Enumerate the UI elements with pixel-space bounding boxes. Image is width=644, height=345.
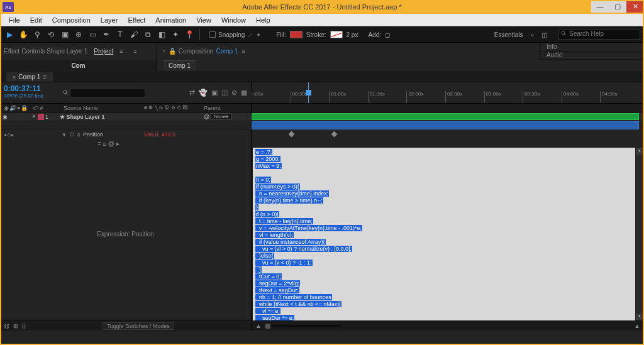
composition-name[interactable]: Comp 1 [216,48,238,55]
pickwhip-icon[interactable]: @ [204,114,209,120]
close-button[interactable]: ✕ [626,0,644,13]
expr-enable-icon[interactable]: = [97,140,101,147]
puppet-tool-icon[interactable]: 📍 [184,29,195,40]
menu-effect[interactable]: Effect [123,16,150,24]
snapping-checkbox[interactable] [209,31,216,38]
menu-edit[interactable]: Edit [25,16,47,24]
expr-pickwhip-icon[interactable]: @ [108,140,114,147]
zoom-slider[interactable] [265,325,341,327]
expr-graph-icon[interactable]: ⩍ [103,140,106,147]
panel-menu-icon[interactable]: ≡ [119,48,123,55]
snap-opt-icon[interactable]: ⟋ [247,31,253,38]
tab-project[interactable]: Project [94,48,113,55]
lock-icon[interactable]: 🔒 [169,48,176,55]
scroll-down-icon[interactable]: ▾ [636,314,643,320]
layer-duration-bar[interactable] [252,113,639,120]
graph-editor-icon[interactable]: ▦ [241,89,247,97]
tab-effect-controls[interactable]: Effect Controls Shape Layer 1 [4,48,87,55]
minimize-button[interactable]: — [591,0,609,13]
panel-menu-icon[interactable]: ≡ [242,48,245,55]
stroke-swatch[interactable] [330,31,343,38]
rect-tool-icon[interactable]: ▭ [87,29,98,40]
timeline-tab[interactable]: × Comp 1 ≡ [6,72,53,82]
pan-behind-tool-icon[interactable]: ⊕ [73,29,84,40]
tab-close-icon[interactable]: × [162,48,166,55]
menu-file[interactable]: File [4,16,25,24]
label-swatch[interactable] [38,114,44,120]
menu-help[interactable]: Help [251,16,275,24]
chevrons-icon[interactable]: » [133,48,137,55]
twirl-icon[interactable]: ▼ [31,114,36,119]
timeline-search-input[interactable] [70,88,145,98]
chevrons-icon[interactable]: » [530,31,534,38]
lock-col-icon[interactable]: 🔒 [21,105,28,111]
search-help-input[interactable]: Search Help [558,30,640,40]
orbit-tool-icon[interactable]: ⟲ [45,29,57,40]
keyframe-icon[interactable] [289,131,295,138]
position-value[interactable]: 596.0, 403.5 [144,131,204,138]
scroll-up-icon[interactable]: ▴ [636,148,643,155]
audio-col-icon[interactable]: 🔊 [9,105,16,111]
stroke-width[interactable]: 2 px [347,31,358,38]
toggle-switches-button[interactable]: Toggle Switches / Modes [103,322,174,330]
menu-layer[interactable]: Layer [96,16,123,24]
label-col-icon[interactable]: 🏷 [33,105,39,111]
brush-tool-icon[interactable]: 🖌 [128,29,140,40]
col-parent[interactable]: Parent [204,105,251,111]
comp-breadcrumb[interactable]: Comp 1 [164,60,196,70]
video-col-icon[interactable]: ◉ [4,105,9,111]
motion-blur-icon[interactable]: ⊘ [231,89,237,97]
prev-key-icon[interactable]: ◂ [4,132,6,138]
frame-blend-icon[interactable]: ◫ [221,89,228,97]
type-tool-icon[interactable]: T [114,29,126,40]
current-timecode[interactable]: 0:00:37:11 [4,84,59,93]
shy-icon[interactable]: 👻 [199,89,208,97]
draft3d-icon[interactable]: ▣ [211,89,218,97]
expr-menu-icon[interactable]: ▸ [116,140,119,147]
twirl-icon[interactable]: ▼ [62,132,67,138]
fill-swatch[interactable] [290,31,303,38]
time-ruler[interactable]: :00s 00:30s 01:00s 01:30s 02:00s 02:30s … [252,82,644,103]
pen-tool-icon[interactable]: ✒ [101,29,112,40]
layer-name[interactable]: Shape Layer 1 [67,114,105,120]
camera-tool-icon[interactable]: ▣ [59,29,70,40]
selection-tool-icon[interactable]: ▶ [4,29,15,40]
snap-opt2-icon[interactable]: ✦ [256,31,261,38]
scrollbar[interactable]: ▴ ▾ [636,148,643,320]
add-arrow-icon[interactable]: ◻ [385,31,390,38]
add-label[interactable]: Add: [368,31,381,38]
video-toggle-icon[interactable]: ◉ [3,114,8,120]
layer-row[interactable]: ◉ ▼ 1 ★ Shape Layer 1 @ None ▾ [0,112,644,121]
menu-composition[interactable]: Composition [47,16,96,24]
workspace-dropdown[interactable]: Essentials [494,31,523,38]
tab-close-icon[interactable]: × [13,74,16,80]
add-key-icon[interactable]: ◇ [7,132,11,138]
search-icon[interactable]: ⚲ [61,89,69,97]
zoom-tool-icon[interactable]: ⚲ [31,29,43,40]
col-source-name[interactable]: Source Name [60,105,144,111]
menu-view[interactable]: View [191,16,216,24]
eraser-tool-icon[interactable]: ◧ [156,29,167,40]
parent-dropdown[interactable]: None ▾ [211,113,231,120]
footer-icon[interactable]: ⛓ [4,323,9,329]
keyframe-icon[interactable] [331,131,338,138]
menu-animation[interactable]: Animation [150,16,191,24]
panel-menu-icon[interactable]: ≡ [43,74,47,80]
stroke-label[interactable]: Stroke: [306,31,326,38]
tab-info[interactable]: Info [540,43,644,52]
fill-label[interactable]: Fill: [276,31,286,38]
expression-code-editor[interactable]: e = .7;g = 2000;nMax = 9; n = 0;if (numK… [253,148,635,320]
comp-flowchart-icon[interactable]: ⇄ [189,89,195,97]
clone-tool-icon[interactable]: ⧉ [142,29,153,40]
graph-icon[interactable]: ⩍ [77,131,80,138]
tab-audio[interactable]: Audio [540,52,644,60]
zoom-out-icon[interactable]: ▲ [255,322,262,329]
playhead[interactable] [308,82,309,103]
zoom-in-icon[interactable]: ▲ [634,322,640,329]
solo-col-icon[interactable]: ● [17,105,20,111]
layer-bar-blue[interactable] [252,121,639,129]
menu-window[interactable]: Window [216,16,251,24]
maximize-button[interactable]: ▢ [609,0,626,13]
hand-tool-icon[interactable]: ✋ [18,29,29,40]
footer-icon[interactable]: ⊞ [13,323,18,329]
